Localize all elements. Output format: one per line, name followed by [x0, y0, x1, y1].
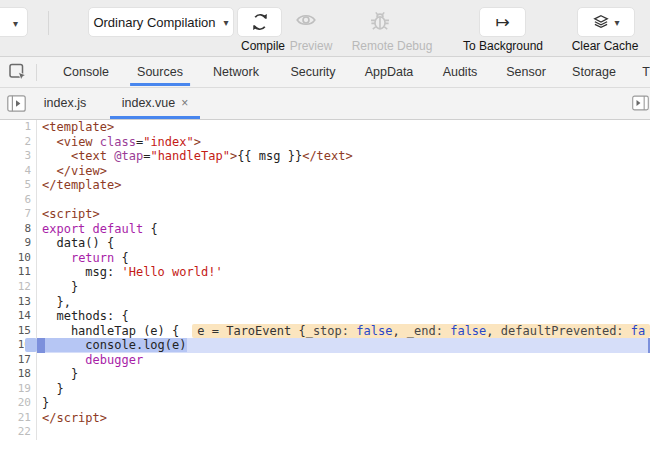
line-number[interactable]: 7: [0, 207, 37, 222]
show-navigator-icon[interactable]: [7, 95, 26, 112]
code-line[interactable]: 4 </view>: [0, 164, 650, 179]
code-token: [42, 251, 71, 265]
code-line[interactable]: 18 }: [0, 367, 650, 382]
execution-line-code[interactable]: console.log(e): [37, 338, 650, 353]
code-text[interactable]: }: [37, 382, 650, 397]
code-line[interactable]: 6: [0, 193, 650, 208]
devtools-tab-audits[interactable]: Audits: [439, 57, 482, 87]
clear-cache-button[interactable]: ▾: [577, 7, 635, 37]
code-line[interactable]: 11 msg: 'Hello world!': [0, 265, 650, 280]
code-line[interactable]: 20}: [0, 396, 650, 411]
code-line[interactable]: 17 debugger: [0, 353, 650, 368]
code-text[interactable]: handleTap (e) {e = TaroEvent {_stop: fal…: [37, 324, 650, 339]
line-number[interactable]: 17: [0, 353, 37, 368]
line-number[interactable]: 18: [0, 367, 37, 382]
line-number[interactable]: 3: [0, 149, 37, 164]
to-background-label[interactable]: To Background: [457, 39, 549, 53]
code-text[interactable]: }: [37, 396, 650, 411]
code-text[interactable]: </script>: [37, 411, 650, 426]
line-number[interactable]: 22: [0, 425, 37, 440]
code-line[interactable]: 2 <view class="index">: [0, 135, 650, 150]
code-text[interactable]: },: [37, 295, 650, 310]
line-number[interactable]: 20: [0, 396, 37, 411]
inspect-element-icon[interactable]: [8, 62, 28, 82]
line-number[interactable]: 5: [0, 178, 37, 193]
to-background-button[interactable]: ↦: [479, 7, 526, 37]
code-line[interactable]: 5</template>: [0, 178, 650, 193]
code-line[interactable]: 7<script>: [0, 207, 650, 222]
tab-label: index.vue: [122, 96, 176, 110]
devtools-tab-storage[interactable]: Storage: [568, 57, 620, 87]
code-line[interactable]: 15 handleTap (e) {e = TaroEvent {_stop: …: [0, 324, 650, 339]
line-number[interactable]: 14: [0, 309, 37, 324]
code-line[interactable]: 21</script>: [0, 411, 650, 426]
code-text[interactable]: return {: [37, 251, 650, 266]
chevron-down-icon: ▾: [614, 17, 619, 28]
line-number[interactable]: 21: [0, 411, 37, 426]
devtools-tab-t[interactable]: T: [638, 57, 650, 87]
line-number[interactable]: 2: [0, 135, 37, 150]
code-line[interactable]: 14 methods: {: [0, 309, 650, 324]
line-number[interactable]: 9: [0, 236, 37, 251]
code-text[interactable]: </template>: [37, 178, 650, 193]
chevron-down-icon: ▾: [13, 18, 18, 29]
code-line[interactable]: 19 }: [0, 382, 650, 397]
code-token: {: [114, 251, 128, 265]
compile-button[interactable]: [237, 7, 282, 37]
compilation-mode-dropdown[interactable]: Ordinary Compilation ▾: [88, 7, 234, 37]
code-text[interactable]: [37, 425, 650, 440]
source-code-editor[interactable]: 1<template>2 <view class="index">3 <text…: [0, 120, 650, 452]
toolbar-divider: [48, 11, 49, 35]
code-text[interactable]: methods: {: [37, 309, 650, 324]
line-number[interactable]: 1: [0, 120, 37, 135]
code-line[interactable]: 22: [0, 425, 650, 440]
code-token: methods: {: [42, 309, 129, 323]
tab-index-vue[interactable]: index.vue×: [108, 88, 202, 119]
devtools-tab-network[interactable]: Network: [209, 57, 263, 87]
code-text[interactable]: data() {: [37, 236, 650, 251]
clear-cache-label[interactable]: Clear Cache: [559, 39, 650, 53]
line-number[interactable]: 15: [0, 324, 37, 339]
code-text[interactable]: msg: 'Hello world!': [37, 265, 650, 280]
code-text[interactable]: <script>: [37, 207, 650, 222]
line-number[interactable]: 19: [0, 382, 37, 397]
code-text[interactable]: [37, 193, 650, 208]
tabbar-divider: [36, 64, 37, 81]
code-line[interactable]: 13 },: [0, 295, 650, 310]
close-icon[interactable]: ×: [181, 96, 188, 110]
devtools-tab-sources[interactable]: Sources: [133, 57, 187, 87]
code-line[interactable]: 1<template>: [0, 120, 650, 135]
code-text[interactable]: <template>: [37, 120, 650, 135]
code-line[interactable]: 10 return {: [0, 251, 650, 266]
tab-index-js[interactable]: index.js: [30, 88, 100, 119]
code-text[interactable]: export default {: [37, 222, 650, 237]
line-number[interactable]: 10: [0, 251, 37, 266]
code-line[interactable]: 12 }: [0, 280, 650, 295]
preview-label: Preview: [281, 39, 341, 53]
devtools-tab-sensor[interactable]: Sensor: [502, 57, 550, 87]
line-number[interactable]: 8: [0, 222, 37, 237]
more-tabs-icon[interactable]: [632, 95, 650, 112]
code-text[interactable]: <view class="index">: [37, 135, 650, 150]
devtools-tab-security[interactable]: Security: [286, 57, 339, 87]
devtools-tab-appdata[interactable]: AppData: [361, 57, 418, 87]
devtools-tab-console[interactable]: Console: [59, 57, 113, 87]
code-text[interactable]: </view>: [37, 164, 650, 179]
layers-icon: [592, 13, 610, 31]
line-number[interactable]: 16: [0, 338, 37, 353]
line-number[interactable]: 4: [0, 164, 37, 179]
code-line[interactable]: 8export default {: [0, 222, 650, 237]
code-line[interactable]: 9 data() {: [0, 236, 650, 251]
device-dropdown-button[interactable]: ▾: [0, 7, 28, 37]
code-text[interactable]: debugger: [37, 353, 650, 368]
code-line[interactable]: 16 console.log(e): [0, 338, 650, 353]
line-number[interactable]: 6: [0, 193, 37, 208]
line-number[interactable]: 12: [0, 280, 37, 295]
inline-value-token: fa: [631, 324, 645, 338]
code-text[interactable]: }: [37, 280, 650, 295]
code-text[interactable]: }: [37, 367, 650, 382]
code-text[interactable]: <text @tap="handleTap">{{ msg }}</text>: [37, 149, 650, 164]
code-line[interactable]: 3 <text @tap="handleTap">{{ msg }}</text…: [0, 149, 650, 164]
line-number[interactable]: 13: [0, 295, 37, 310]
line-number[interactable]: 11: [0, 265, 37, 280]
